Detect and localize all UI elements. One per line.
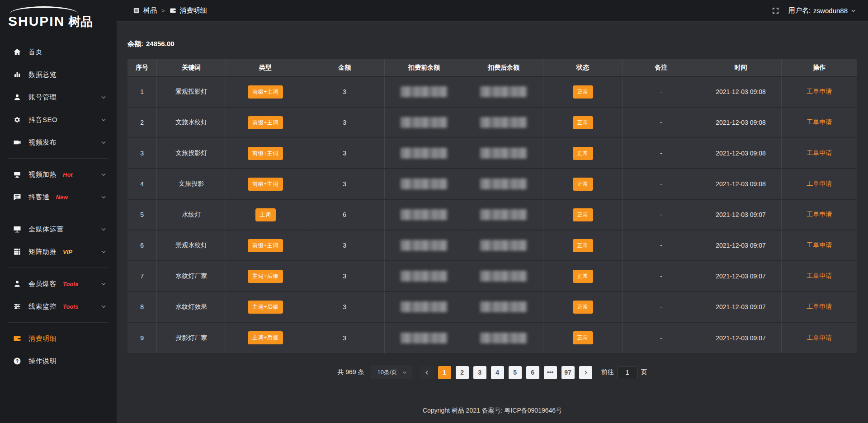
sidebar-item-matrix-boost[interactable]: 矩阵助推 VIP <box>0 240 117 263</box>
col-keyword: 关键词 <box>157 59 226 76</box>
cell-keyword: 投影灯厂家 <box>157 322 226 353</box>
col-status: 状态 <box>543 59 622 76</box>
cell-amount: 3 <box>305 230 384 261</box>
sidebar-item-video-heating[interactable]: 视频加热 Hot <box>0 163 117 186</box>
chevron-down-icon <box>402 370 407 375</box>
sidebar-item-lead-monitoring[interactable]: 线索监控 Tools <box>0 295 117 318</box>
page-button-97[interactable]: 97 <box>561 366 575 379</box>
status-badge: 正常 <box>573 239 593 252</box>
logo-text: SHUPIN <box>8 14 65 28</box>
cell-status: 正常 <box>543 291 622 322</box>
cell-index: 2 <box>127 107 157 138</box>
total-count: 共 969 条 <box>337 368 364 376</box>
cell-note: - <box>622 291 700 322</box>
work-order-link[interactable]: 工单申请 <box>807 180 832 187</box>
col-note: 备注 <box>622 59 700 76</box>
sidebar-item-label: 抖客通 <box>28 193 50 202</box>
cell-amount: 3 <box>305 169 384 199</box>
breadcrumb-current[interactable]: 消费明细 <box>170 6 207 15</box>
masked-value <box>480 333 527 343</box>
work-order-link[interactable]: 工单申请 <box>807 303 832 310</box>
cell-status: 正常 <box>543 199 622 230</box>
next-page-button[interactable] <box>579 366 592 379</box>
status-badge: 正常 <box>573 301 593 314</box>
sidebar-item-home[interactable]: 首页 <box>0 41 117 63</box>
sidebar-divider <box>8 213 108 213</box>
table-row: 4 文旅投影 前缀+主词 3 正常 - 2021-12-03 09:08 工单申… <box>127 169 857 199</box>
page-button-3[interactable]: 3 <box>473 366 486 379</box>
bar-chart-icon <box>13 70 22 79</box>
type-badge: 主词+后缀 <box>248 301 283 314</box>
sidebar-item-instructions[interactable]: ? 操作说明 <box>0 350 117 372</box>
fullscreen-icon[interactable] <box>772 7 779 14</box>
table-row: 2 文旅水纹灯 前缀+主词 3 正常 - 2021-12-03 09:08 工单… <box>127 107 857 138</box>
more-pages-button[interactable]: ••• <box>544 366 557 379</box>
work-order-link[interactable]: 工单申请 <box>807 149 832 156</box>
cell-balance-before <box>384 291 464 322</box>
sidebar-item-consumption-details[interactable]: 消费明细 <box>0 327 117 350</box>
cell-status: 正常 <box>543 107 622 138</box>
sidebar-item-video-publish[interactable]: 视频发布 <box>0 131 117 154</box>
user-menu[interactable]: 用户名: zswodun88 <box>788 6 856 15</box>
chevron-down-icon <box>100 194 107 200</box>
sidebar-item-doukertong[interactable]: 抖客通 New <box>0 186 117 208</box>
wallet-icon <box>13 334 22 343</box>
cell-note: - <box>622 322 700 353</box>
goto-label: 前往 <box>601 368 614 376</box>
cell-time: 2021-12-03 09:08 <box>700 169 781 199</box>
chevron-down-icon <box>100 303 107 310</box>
table-row: 7 水纹灯厂家 主词+后缀 3 正常 - 2021-12-03 09:07 工单… <box>127 261 857 291</box>
cell-type: 前缀+主词 <box>226 76 305 107</box>
status-badge: 正常 <box>573 147 593 160</box>
goto-page-input[interactable] <box>618 366 637 379</box>
cell-index: 6 <box>127 230 157 261</box>
masked-value <box>401 148 448 159</box>
cell-type: 前缀+主词 <box>226 107 305 138</box>
chevron-down-icon <box>100 281 107 287</box>
table-row: 8 水纹灯效果 主词+后缀 3 正常 - 2021-12-03 09:07 工单… <box>127 291 857 322</box>
work-order-link[interactable]: 工单申请 <box>807 88 832 95</box>
page-button-2[interactable]: 2 <box>456 366 469 379</box>
cell-note: - <box>622 169 700 199</box>
svg-text:?: ? <box>16 358 19 364</box>
page-button-4[interactable]: 4 <box>491 366 504 379</box>
cell-balance-before <box>384 199 464 230</box>
work-order-link[interactable]: 工单申请 <box>807 272 832 279</box>
work-order-link[interactable]: 工单申请 <box>807 118 832 126</box>
cell-note: - <box>622 107 700 138</box>
sidebar-item-omnimedia-operation[interactable]: 全媒体运营 <box>0 218 117 240</box>
home-icon <box>13 47 22 56</box>
cell-action: 工单申请 <box>781 107 857 138</box>
cell-amount: 3 <box>305 107 384 138</box>
prev-page-button[interactable] <box>420 366 434 379</box>
sidebar-item-douyin-seo[interactable]: 抖音SEO <box>0 108 117 131</box>
table-row: 3 文旅投影灯 前缀+主词 3 正常 - 2021-12-03 09:08 工单… <box>127 138 857 169</box>
screen-icon <box>13 170 22 179</box>
member-icon <box>13 279 22 288</box>
page-size-select[interactable]: 10条/页 <box>371 366 412 379</box>
sidebar-item-account-management[interactable]: 账号管理 <box>0 86 117 108</box>
masked-value <box>401 240 448 251</box>
work-order-link[interactable]: 工单申请 <box>807 241 832 249</box>
cell-index: 5 <box>127 199 157 230</box>
cell-note: - <box>622 138 700 169</box>
work-order-link[interactable]: 工单申请 <box>807 334 832 341</box>
cell-amount: 3 <box>305 261 384 291</box>
page-button-5[interactable]: 5 <box>509 366 522 379</box>
page-button-6[interactable]: 6 <box>526 366 539 379</box>
page-button-1[interactable]: 1 <box>438 366 451 379</box>
cell-balance-before <box>384 76 464 107</box>
type-badge: 主词 <box>255 208 276 221</box>
chevron-down-icon <box>100 171 107 178</box>
status-badge: 正常 <box>573 208 593 221</box>
type-badge: 前缀+主词 <box>248 116 283 129</box>
work-order-link[interactable]: 工单申请 <box>807 211 832 218</box>
masked-value <box>401 333 448 343</box>
monitor-icon <box>13 225 22 234</box>
sidebar-item-data-overview[interactable]: 数据总览 <box>0 63 117 86</box>
col-type: 类型 <box>226 59 305 76</box>
chevron-down-icon <box>100 94 107 100</box>
sidebar-item-member-burst[interactable]: 会员爆客 Tools <box>0 273 117 295</box>
breadcrumb-home[interactable]: 树品 <box>133 6 157 15</box>
type-badge: 主词+后缀 <box>248 270 283 283</box>
